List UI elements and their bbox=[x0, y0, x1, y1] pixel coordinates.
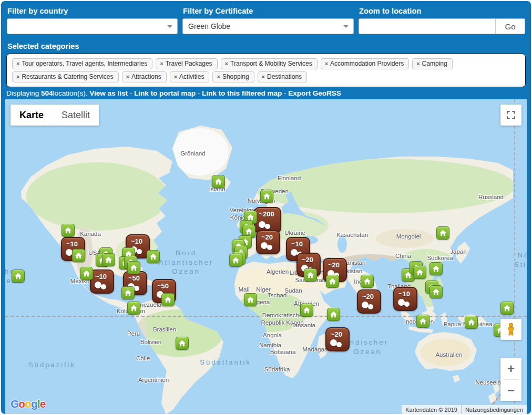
house-marker[interactable] bbox=[102, 253, 115, 266]
house-marker[interactable] bbox=[62, 224, 75, 237]
terms-link[interactable]: Nutzungsbedingungen bbox=[461, 405, 527, 414]
cluster-count-label: ~20 bbox=[326, 330, 346, 338]
house-marker[interactable] bbox=[304, 268, 317, 282]
house-icon bbox=[262, 192, 271, 201]
house-marker[interactable] bbox=[176, 337, 189, 350]
house-icon bbox=[14, 272, 23, 281]
country-filter-select[interactable] bbox=[7, 18, 178, 34]
remove-chip-icon[interactable]: × bbox=[416, 60, 420, 67]
remove-chip-icon[interactable]: × bbox=[217, 74, 220, 80]
remove-chip-icon[interactable]: × bbox=[16, 60, 19, 67]
house-icon bbox=[432, 264, 441, 273]
logo-letter: G bbox=[11, 398, 18, 410]
pegman-icon bbox=[505, 323, 517, 336]
house-marker[interactable] bbox=[416, 315, 429, 328]
google-logo[interactable]: Google bbox=[11, 398, 45, 410]
house-marker[interactable] bbox=[121, 286, 135, 299]
category-chip[interactable]: ×Restaurants & Catering Services bbox=[12, 71, 119, 82]
status-link[interactable]: Link to portal map bbox=[134, 89, 196, 97]
category-chip[interactable]: ×Destinations bbox=[258, 71, 307, 82]
cluster-dot-icon bbox=[398, 299, 405, 306]
house-icon bbox=[124, 288, 132, 297]
filter-bar: Filter by country Filter by Certificate … bbox=[1, 1, 531, 34]
cluster-marker[interactable]: ~20 bbox=[256, 230, 280, 254]
remove-chip-icon[interactable]: × bbox=[126, 74, 129, 80]
zoom-out-button[interactable]: − bbox=[500, 380, 521, 401]
category-chip[interactable]: ×Accommodation Providers bbox=[321, 58, 410, 69]
map-type-satellite-button[interactable]: Satellit bbox=[53, 105, 99, 126]
cluster-count-label: ~10 bbox=[91, 273, 111, 281]
map-type-map-button[interactable]: Karte bbox=[11, 105, 53, 126]
house-icon bbox=[74, 251, 83, 260]
category-chip[interactable]: ×Activities bbox=[170, 71, 210, 82]
remove-chip-icon[interactable]: × bbox=[325, 60, 328, 67]
house-marker[interactable] bbox=[12, 269, 25, 283]
cluster-marker[interactable]: ~10 bbox=[393, 287, 417, 311]
house-marker[interactable] bbox=[361, 275, 374, 288]
house-icon bbox=[104, 255, 113, 264]
house-marker[interactable] bbox=[413, 266, 426, 279]
house-marker[interactable] bbox=[326, 275, 339, 288]
remove-chip-icon[interactable]: × bbox=[16, 74, 19, 80]
category-chip[interactable]: ×Tour operators, Travel agents, Intermed… bbox=[12, 58, 152, 69]
category-chip[interactable]: ×Travel Packages bbox=[156, 58, 217, 69]
category-chip[interactable]: ×Attractions bbox=[122, 71, 167, 82]
cluster-marker[interactable]: ~20 bbox=[357, 289, 381, 314]
cluster-count-label: ~50 bbox=[153, 282, 173, 290]
status-bar: Displaying 504location(s). View as list … bbox=[1, 87, 531, 99]
category-chip[interactable]: ×Transport & Mobility Services bbox=[221, 58, 318, 69]
remove-chip-icon[interactable]: × bbox=[225, 60, 228, 67]
house-marker[interactable] bbox=[127, 302, 140, 315]
remove-chip-icon[interactable]: × bbox=[160, 60, 163, 67]
certificate-filter-label: Filter by Certificate bbox=[183, 7, 354, 15]
house-icon bbox=[129, 304, 138, 313]
house-marker[interactable] bbox=[436, 226, 449, 240]
house-icon bbox=[64, 226, 73, 235]
status-link[interactable]: Link to this filtered map bbox=[202, 89, 282, 97]
house-marker[interactable] bbox=[465, 316, 478, 329]
status-prefix: Displaying bbox=[6, 89, 41, 97]
house-marker[interactable] bbox=[429, 285, 443, 298]
zoom-in-button[interactable]: + bbox=[500, 358, 521, 379]
house-icon bbox=[163, 295, 172, 304]
cluster-dot-icon bbox=[330, 339, 337, 346]
fullscreen-button[interactable] bbox=[500, 105, 521, 126]
house-marker[interactable] bbox=[327, 308, 340, 321]
cluster-marker[interactable]: ~20 bbox=[325, 327, 350, 351]
map-canvas[interactable]: Karte Satellit + − Google Kartendaten © bbox=[5, 99, 527, 414]
cluster-marker[interactable]: ~10 bbox=[90, 269, 114, 294]
house-marker[interactable] bbox=[500, 302, 514, 315]
pegman-button[interactable] bbox=[500, 319, 521, 340]
cluster-dot-icon bbox=[134, 286, 139, 291]
house-marker[interactable] bbox=[161, 293, 175, 306]
house-marker[interactable] bbox=[72, 249, 85, 262]
cluster-dot-icon bbox=[336, 342, 342, 347]
status-link[interactable]: View as list bbox=[89, 89, 128, 97]
cluster-dot-icon bbox=[404, 302, 410, 307]
house-marker[interactable] bbox=[429, 262, 443, 275]
house-marker[interactable] bbox=[300, 304, 313, 317]
location-count: 504 bbox=[41, 89, 53, 97]
house-marker[interactable] bbox=[147, 250, 160, 263]
zoom-location-input[interactable] bbox=[359, 19, 495, 34]
house-marker[interactable] bbox=[80, 267, 93, 280]
certificate-filter-value: Green Globe bbox=[188, 22, 230, 30]
house-marker[interactable] bbox=[244, 293, 257, 306]
remove-chip-icon[interactable]: × bbox=[174, 74, 177, 80]
category-chip[interactable]: ×Shopping bbox=[212, 71, 254, 82]
cluster-count-label: ~10 bbox=[287, 240, 307, 248]
country-filter-label: Filter by country bbox=[7, 7, 178, 15]
house-marker[interactable] bbox=[212, 175, 225, 188]
cluster-marker[interactable]: ~200 bbox=[254, 207, 281, 233]
category-chip[interactable]: ×Camping bbox=[412, 58, 452, 69]
house-marker[interactable] bbox=[229, 254, 242, 267]
house-icon bbox=[82, 269, 91, 278]
house-marker[interactable] bbox=[260, 190, 273, 203]
go-button[interactable]: Go bbox=[495, 19, 525, 34]
remove-chip-icon[interactable]: × bbox=[262, 74, 265, 80]
house-marker[interactable] bbox=[127, 261, 140, 274]
status-link[interactable]: Export GeoRSS bbox=[288, 89, 341, 97]
zoom-location-label: Zoom to location bbox=[359, 7, 525, 15]
house-icon bbox=[178, 339, 187, 348]
certificate-filter-select[interactable]: Green Globe bbox=[182, 18, 354, 34]
